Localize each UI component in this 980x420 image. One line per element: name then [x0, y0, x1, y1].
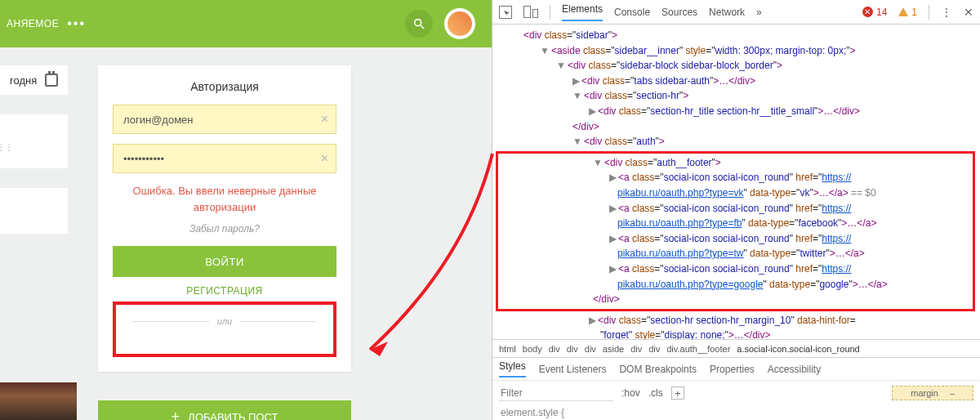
- login-input[interactable]: [113, 105, 336, 134]
- breadcrumb[interactable]: html body div div div aside div div div.…: [492, 339, 980, 357]
- highlighted-block: ▼<div class="auth__footer"> ▶<a class="s…: [496, 151, 975, 311]
- top-left: АНЯЕМОЕ •••: [7, 16, 86, 31]
- search-icon: [412, 17, 425, 30]
- tab-more[interactable]: »: [756, 7, 762, 18]
- tab-sources[interactable]: Sources: [662, 7, 697, 18]
- left-block-2: [0, 114, 68, 168]
- clear-login-icon[interactable]: ×: [321, 112, 328, 127]
- auth-title: Авторизация: [113, 80, 336, 93]
- add-post-label: ДОБАВИТЬ ПОСТ: [188, 411, 278, 421]
- password-input[interactable]: [113, 144, 336, 173]
- avatar[interactable]: [444, 8, 475, 39]
- today-label: годня: [10, 74, 37, 87]
- top-bar: АНЯЕМОЕ •••: [0, 0, 492, 47]
- search-button[interactable]: [405, 10, 433, 38]
- tab-accessibility[interactable]: Accessibility: [768, 364, 821, 375]
- cls-toggle[interactable]: .cls: [648, 387, 663, 399]
- auth-card: Авторизация × × Ошибка. Вы ввели неверны…: [98, 65, 351, 372]
- auth-error: Ошибка. Вы ввели неверные данные авториз…: [113, 183, 336, 215]
- tab-elements[interactable]: Elements: [562, 3, 603, 21]
- left-block-3: [0, 188, 68, 234]
- tab-styles[interactable]: Styles: [499, 360, 526, 378]
- tab-console[interactable]: Console: [614, 7, 650, 18]
- inspect-icon[interactable]: [499, 6, 512, 19]
- tab-properties[interactable]: Properties: [710, 364, 755, 375]
- elements-tree[interactable]: <div class="sidebar"> ▼<aside class="sid…: [492, 25, 980, 339]
- element-style[interactable]: element.style {: [492, 405, 980, 420]
- tab-event-listeners[interactable]: Event Listeners: [539, 364, 607, 375]
- password-field-wrap: ×: [113, 144, 336, 173]
- svg-line-1: [421, 25, 424, 29]
- clear-password-icon[interactable]: ×: [321, 151, 328, 166]
- resize-handle[interactable]: ⋮⋮: [0, 139, 10, 155]
- styles-pane: Styles Event Listeners DOM Breakpoints P…: [492, 357, 980, 420]
- devtools-panel: ⋮⋮ Elements Console Sources Network » ✕1…: [492, 0, 980, 420]
- add-post-button[interactable]: + ДОБАВИТЬ ПОСТ: [98, 400, 351, 420]
- site-panel: АНЯЕМОЕ ••• годня Авторизация × × Ошибка…: [0, 0, 492, 420]
- styles-tabs: Styles Event Listeners DOM Breakpoints P…: [492, 358, 980, 381]
- calendar-icon: [45, 74, 58, 87]
- register-link[interactable]: РЕГИСТРАЦИЯ: [113, 285, 336, 297]
- warning-count[interactable]: 1: [898, 7, 917, 18]
- forgot-password-link[interactable]: Забыл пароль?: [113, 223, 336, 235]
- login-field-wrap: ×: [113, 105, 336, 134]
- annotation-arrow: [355, 147, 510, 368]
- top-right: [405, 8, 475, 39]
- devtools-close-icon[interactable]: ✕: [964, 6, 973, 19]
- devtools-header: Elements Console Sources Network » ✕14 1…: [492, 0, 980, 25]
- post-thumbnail: [0, 382, 77, 420]
- styles-filter-input[interactable]: [499, 385, 613, 401]
- filter-row: :hov .cls + margin–: [492, 381, 980, 405]
- today-pill[interactable]: годня: [0, 65, 68, 95]
- devtools-menu-icon[interactable]: ⋮: [941, 6, 952, 19]
- tab-dom-breakpoints[interactable]: DOM Breakpoints: [619, 364, 697, 375]
- avatar-image: [448, 11, 472, 36]
- box-model-margin: margin–: [892, 386, 973, 400]
- svg-point-0: [415, 20, 421, 26]
- top-label: АНЯЕМОЕ: [7, 18, 59, 29]
- login-button[interactable]: ВОЙТИ: [113, 246, 336, 277]
- tab-network[interactable]: Network: [709, 7, 745, 18]
- plus-icon: +: [172, 409, 180, 421]
- error-count[interactable]: ✕14: [862, 7, 887, 18]
- top-menu-dots[interactable]: •••: [67, 16, 86, 31]
- or-separator: или: [124, 316, 325, 326]
- auth-footer-highlight: или: [113, 302, 336, 357]
- hov-toggle[interactable]: :hov: [621, 387, 640, 399]
- add-style-button[interactable]: +: [671, 386, 684, 400]
- device-toggle-icon[interactable]: [523, 6, 538, 18]
